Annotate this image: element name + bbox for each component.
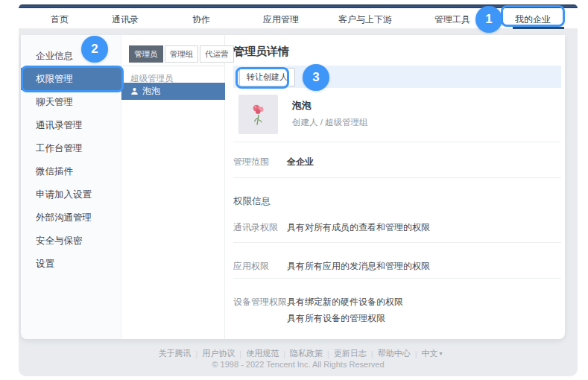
permission-value: 具有对所有成员的查看和管理的权限	[287, 220, 430, 235]
app-window: 首页 通讯录 协作 应用管理 客户与上下游 管理工具 我的企业 企业信息 权限管…	[19, 4, 578, 376]
scope-label: 管理范围	[233, 154, 269, 170]
nav-item-app-management[interactable]: 应用管理	[263, 13, 299, 26]
footer-language-select[interactable]: 中文	[422, 348, 438, 359]
permission-label: 通讯录权限	[233, 220, 278, 235]
copyright-text: © 1998 - 2022 Tencent Inc. All Rights Re…	[19, 360, 578, 369]
footer-link-privacy-policy[interactable]: 隐私政策	[290, 348, 323, 359]
tab-admins[interactable]: 管理员	[129, 45, 163, 63]
divider	[233, 242, 561, 243]
step-badge-2: 2	[81, 36, 108, 63]
nav-item-home[interactable]: 首页	[51, 13, 69, 26]
footer-link-about-tencent[interactable]: 关于腾讯	[158, 348, 191, 359]
footer-link-help-center[interactable]: 帮助中心	[378, 348, 411, 359]
caret-down-icon[interactable]: ▾	[440, 350, 443, 357]
footer-separator: |	[415, 349, 417, 358]
profile-role: 创建人 / 超级管理组	[292, 117, 368, 128]
sidebar-item-settings[interactable]: 设置	[21, 253, 121, 275]
step-badge-3: 3	[303, 64, 329, 91]
footer-separator: |	[371, 349, 373, 358]
sidebar-item-workbench-management[interactable]: 工作台管理	[21, 137, 121, 159]
tab-admin-groups[interactable]: 管理组	[165, 45, 199, 63]
footer-separator: |	[283, 349, 285, 358]
flower-icon	[246, 101, 271, 129]
sidebar-item-contacts-management[interactable]: 通讯录管理	[21, 114, 121, 136]
transfer-creator-button[interactable]: 转让创建人	[239, 68, 295, 86]
sidebar-item-wechat-plugin[interactable]: 微信插件	[21, 160, 121, 183]
admin-type-tabs: 管理员 管理组 代运营 +	[129, 45, 244, 63]
nav-item-customers-upstream-downstream[interactable]: 客户与上下游	[338, 13, 392, 26]
permission-label: 设备管理权限	[233, 294, 287, 310]
divider	[233, 177, 561, 178]
step-badge-1: 1	[475, 6, 502, 33]
permissions-section-title: 权限信息	[233, 195, 271, 208]
nav-item-contacts[interactable]: 通讯录	[112, 13, 139, 26]
page-title: 管理员详情	[233, 45, 289, 59]
action-bar: 转让创建人	[233, 66, 561, 88]
divider	[233, 278, 561, 279]
sidebar-item-external-communication[interactable]: 外部沟通管理	[21, 206, 121, 229]
profile-name: 泡泡	[292, 99, 312, 113]
footer-separator: |	[327, 349, 329, 358]
permission-value: 具有所有应用的发消息和管理的权限	[287, 259, 430, 274]
permission-value: 具有所有设备的管理权限	[287, 311, 385, 326]
footer-separator: |	[239, 349, 241, 358]
admin-member-name: 泡泡	[142, 85, 160, 98]
footer-link-user-agreement[interactable]: 用户协议	[202, 348, 235, 359]
sidebar-item-join-settings[interactable]: 申请加入设置	[21, 183, 121, 206]
sidebar-item-security-privacy[interactable]: 安全与保密	[21, 229, 121, 252]
admin-list-item-paopao[interactable]: 泡泡	[121, 83, 225, 100]
scope-value: 全企业	[287, 154, 314, 170]
sidebar-item-permission-management[interactable]: 权限管理	[21, 68, 121, 90]
sidebar-item-chat-management[interactable]: 聊天管理	[21, 91, 121, 113]
avatar	[238, 95, 278, 134]
permission-value: 具有绑定新的硬件设备的权限	[287, 294, 403, 310]
footer-link-usage-rules[interactable]: 使用规范	[246, 348, 279, 359]
footer-links: 关于腾讯 | 用户协议 | 使用规范 | 隐私政策 | 更新日志 | 帮助中心 …	[19, 348, 578, 359]
tabs-divider	[121, 66, 225, 66]
divider	[233, 142, 561, 142]
tab-agent-operations[interactable]: 代运营	[200, 45, 234, 63]
nav-item-admin-tools[interactable]: 管理工具	[434, 13, 470, 26]
footer-separator: |	[195, 349, 197, 358]
nav-item-collaboration[interactable]: 协作	[192, 13, 210, 26]
nav-item-my-company[interactable]: 我的企业	[515, 13, 551, 26]
footer-link-changelog[interactable]: 更新日志	[334, 348, 367, 359]
user-icon	[130, 87, 139, 95]
permission-label: 应用权限	[233, 259, 269, 274]
